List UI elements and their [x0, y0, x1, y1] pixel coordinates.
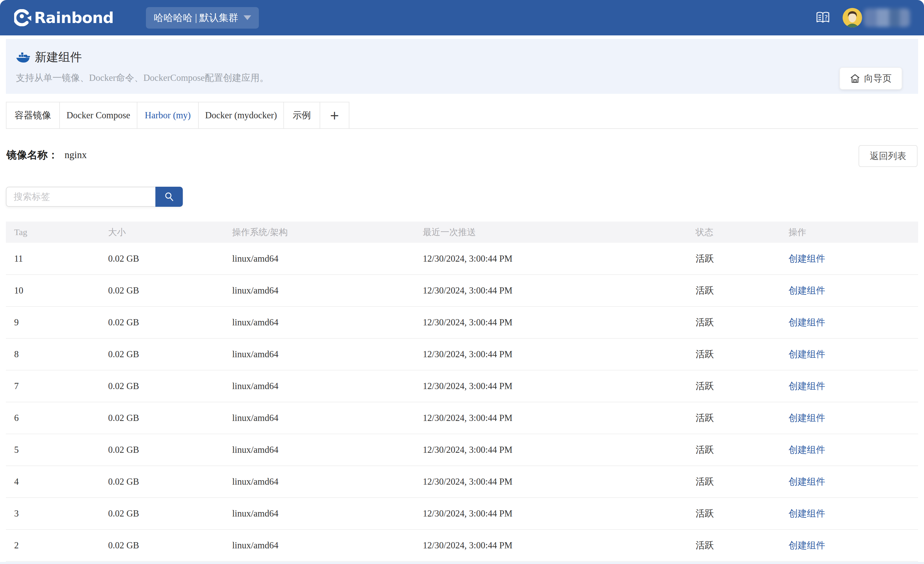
tab-docker-mydocker[interactable]: Docker (mydocker) [198, 102, 284, 128]
back-to-list-button[interactable]: 返回列表 [858, 145, 918, 167]
create-component-link[interactable]: 创建组件 [789, 253, 825, 264]
cell-size: 0.02 GB [100, 370, 224, 402]
tag-search-bar [6, 187, 183, 207]
cluster-selector-dropdown[interactable]: 哈哈哈哈 | 默认集群 [146, 7, 259, 29]
tab-docker-compose[interactable]: Docker Compose [59, 102, 137, 128]
brand-name: Rainbond [34, 9, 114, 27]
page-subtitle: 支持从单一镜像、Docker命令、DockerCompose配置创建应用。 [16, 72, 908, 84]
cell-action: 创建组件 [780, 529, 918, 561]
wizard-page-button[interactable]: 向导页 [839, 67, 902, 90]
tag-table-body: 11 0.02 GB linux/amd64 12/30/2024, 3:00:… [6, 243, 918, 561]
table-row: 6 0.02 GB linux/amd64 12/30/2024, 3:00:4… [6, 402, 918, 434]
tab-harbor-my[interactable]: Harbor (my) [137, 102, 198, 128]
cell-status: 活跃 [687, 402, 780, 434]
search-input[interactable] [6, 187, 155, 207]
create-component-link[interactable]: 创建组件 [789, 349, 825, 359]
cell-os-arch: linux/amd64 [224, 466, 414, 498]
create-component-link[interactable]: 创建组件 [789, 381, 825, 391]
create-component-link[interactable]: 创建组件 [789, 413, 825, 423]
cell-action: 创建组件 [780, 275, 918, 307]
table-row: 2 0.02 GB linux/amd64 12/30/2024, 3:00:4… [6, 529, 918, 561]
cell-action: 创建组件 [780, 307, 918, 338]
cell-tag: 8 [6, 338, 100, 370]
cell-last-push: 12/30/2024, 3:00:44 PM [414, 402, 687, 434]
home-icon [850, 74, 860, 83]
user-avatar[interactable] [843, 8, 862, 27]
image-name-label: 镜像名称： [6, 148, 58, 162]
svg-text:?: ? [824, 14, 828, 21]
col-header-size: 大小 [100, 221, 224, 243]
tags-table: Tag 大小 操作系统/架构 最近一次推送 状态 操作 11 0.02 GB l… [6, 221, 918, 562]
avatar-illustration [843, 8, 862, 27]
cell-status: 活跃 [687, 370, 780, 402]
search-button[interactable] [155, 187, 183, 207]
rainbond-logo-icon [14, 9, 31, 26]
cell-size: 0.02 GB [100, 243, 224, 275]
cell-size: 0.02 GB [100, 498, 224, 529]
cell-action: 创建组件 [780, 370, 918, 402]
cell-last-push: 12/30/2024, 3:00:44 PM [414, 529, 687, 561]
cell-os-arch: linux/amd64 [224, 434, 414, 466]
cell-tag: 6 [6, 402, 100, 434]
tab-example[interactable]: 示例 [284, 102, 320, 128]
cell-status: 活跃 [687, 466, 780, 498]
chevron-down-icon [243, 15, 251, 20]
user-menu[interactable] [843, 8, 910, 27]
cell-os-arch: linux/amd64 [224, 498, 414, 529]
cell-size: 0.02 GB [100, 338, 224, 370]
cell-action: 创建组件 [780, 434, 918, 466]
create-component-link[interactable]: 创建组件 [789, 445, 825, 455]
cell-last-push: 12/30/2024, 3:00:44 PM [414, 338, 687, 370]
bottom-panel-edge [0, 562, 924, 564]
page-title: 新建组件 [35, 49, 82, 65]
cell-os-arch: linux/amd64 [224, 338, 414, 370]
cell-size: 0.02 GB [100, 434, 224, 466]
cell-last-push: 12/30/2024, 3:00:44 PM [414, 498, 687, 529]
cell-size: 0.02 GB [100, 466, 224, 498]
cell-tag: 4 [6, 466, 100, 498]
create-component-link[interactable]: 创建组件 [789, 540, 825, 550]
table-row: 3 0.02 GB linux/amd64 12/30/2024, 3:00:4… [6, 498, 918, 529]
cell-action: 创建组件 [780, 243, 918, 275]
create-component-link[interactable]: 创建组件 [789, 285, 825, 296]
create-component-link[interactable]: 创建组件 [789, 508, 825, 519]
create-component-link[interactable]: 创建组件 [789, 317, 825, 328]
cell-os-arch: linux/amd64 [224, 370, 414, 402]
cell-status: 活跃 [687, 529, 780, 561]
cell-last-push: 12/30/2024, 3:00:44 PM [414, 370, 687, 402]
cell-os-arch: linux/amd64 [224, 529, 414, 561]
cell-last-push: 12/30/2024, 3:00:44 PM [414, 466, 687, 498]
cell-size: 0.02 GB [100, 402, 224, 434]
navbar-right-group: ? [816, 8, 910, 27]
cell-action: 创建组件 [780, 338, 918, 370]
source-tabs: 容器镜像 Docker Compose Harbor (my) Docker (… [6, 102, 918, 129]
create-component-link[interactable]: 创建组件 [789, 477, 825, 487]
top-navbar: Rainbond 哈哈哈哈 | 默认集群 ? [0, 0, 924, 35]
cell-last-push: 12/30/2024, 3:00:44 PM [414, 275, 687, 307]
col-header-tag: Tag [6, 221, 100, 243]
cell-status: 活跃 [687, 338, 780, 370]
rainbond-logo[interactable]: Rainbond [14, 9, 114, 27]
tab-container-image[interactable]: 容器镜像 [6, 102, 59, 128]
cell-os-arch: linux/amd64 [224, 275, 414, 307]
cell-status: 活跃 [687, 243, 780, 275]
cell-tag: 2 [6, 529, 100, 561]
search-icon [164, 192, 174, 202]
col-header-action: 操作 [780, 221, 918, 243]
cell-os-arch: linux/amd64 [224, 307, 414, 338]
table-row: 11 0.02 GB linux/amd64 12/30/2024, 3:00:… [6, 243, 918, 275]
cell-tag: 10 [6, 275, 100, 307]
image-name-row: 镜像名称： nginx 返回列表 [6, 145, 918, 165]
table-row: 7 0.02 GB linux/amd64 12/30/2024, 3:00:4… [6, 370, 918, 402]
cell-status: 活跃 [687, 275, 780, 307]
page-header: 新建组件 支持从单一镜像、Docker命令、DockerCompose配置创建应… [6, 39, 918, 94]
wizard-page-button-label: 向导页 [864, 72, 892, 85]
docker-whale-icon [16, 51, 30, 63]
docs-book-question-icon[interactable]: ? [816, 12, 830, 24]
col-header-status: 状态 [687, 221, 780, 243]
tab-add-plus[interactable]: + [320, 102, 350, 128]
cell-last-push: 12/30/2024, 3:00:44 PM [414, 243, 687, 275]
cell-tag: 7 [6, 370, 100, 402]
cell-os-arch: linux/amd64 [224, 243, 414, 275]
col-header-os-arch: 操作系统/架构 [224, 221, 414, 243]
